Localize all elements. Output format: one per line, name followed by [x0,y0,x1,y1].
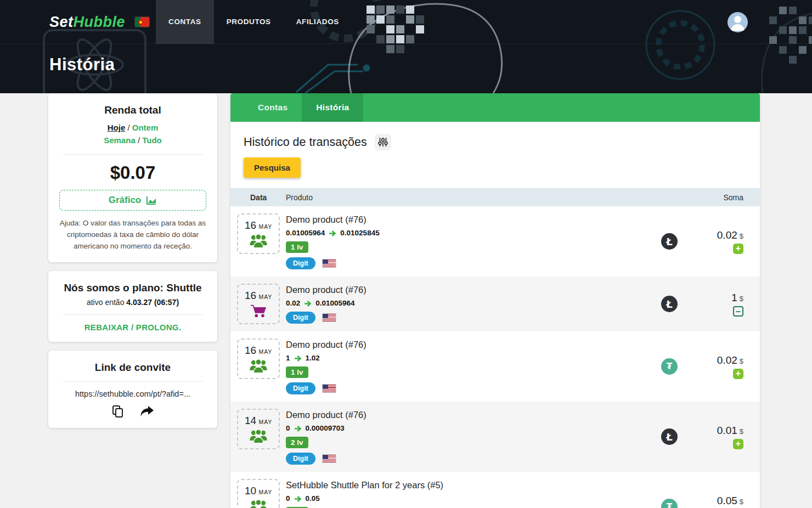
sum-amount: 0.01 [717,425,737,436]
users-icon [249,358,268,373]
us-flag-icon [323,455,336,462]
table-header: Data Produto Soma [230,188,760,206]
tab-historia[interactable]: História [302,93,363,122]
sum-value: 0.02$ [717,354,743,366]
plan-active-until: ativo então 4.03.27 (06:57) [59,298,206,307]
portugal-flag-icon[interactable] [135,17,149,27]
transaction-date: 16 MAY [245,345,272,357]
arrow-right-icon [294,355,302,362]
sum-value: 0.02$ [717,229,743,241]
tags: Digit [286,312,366,324]
user-avatar-icon[interactable] [728,12,748,32]
search-button[interactable]: Pesquisa [244,157,301,178]
add-button[interactable]: + [733,369,743,379]
cart-icon [250,303,267,318]
brand-hubble: Hubble [74,14,126,30]
product-name: Demo product (#76) [286,215,380,225]
brand-logo[interactable]: SetHubble [49,14,125,31]
plan-active-date: 4.03.27 (06:57) [126,298,179,307]
transaction-date: 16 MAY [245,219,272,232]
tags: Digit [286,382,366,394]
chart-button[interactable]: Gráfico [59,190,206,211]
amount-to: 0.00009703 [306,424,345,432]
arrow-right-icon [294,425,302,432]
income-help-text: Ajuda: O valor das transações para todas… [59,218,206,252]
sum-currency: $ [740,232,743,240]
table-row: 16 MAY [230,331,760,402]
remove-button[interactable]: − [733,306,743,317]
invite-card: Link de convite https://sethubble.com/pt… [48,351,217,428]
arrow-right-icon [304,300,312,307]
digit-badge: Digit [286,312,315,324]
date-day: 10 [245,485,256,496]
tab-contas[interactable]: Contas [244,93,302,122]
litecoin-icon: Ł [661,233,678,250]
amount-to: 1.02 [306,354,320,362]
digit-badge: Digit [286,382,315,394]
product-info: Demo product (#76) 0 0.00009703 2 lv Dig… [286,409,366,465]
sum-currency: $ [740,427,743,436]
sum-area: Ł ₮ 0.02$ + − [661,229,743,254]
users-icon [249,233,268,248]
nav-item-afiliados[interactable]: AFILIADOS [284,0,352,44]
transaction-date-box: 16 MAY [237,338,280,379]
invite-card-title: Link de convite [59,362,206,374]
date-day: 16 [245,290,256,301]
add-button[interactable]: + [733,439,743,449]
income-card-title: Renda total [59,104,206,116]
navbar: SetHubble CONTAS PRODUTOS AFILIADOS [0,0,812,44]
tags: Digit [286,453,366,465]
amount-from: 0 [286,494,290,503]
sum-value: 0.01$ [717,425,743,437]
amount-to: 0.01005964 [315,299,354,307]
arrow-right-icon [329,230,336,236]
filter-today[interactable]: Hoje [108,123,126,132]
filter-week[interactable]: Semana [104,136,136,145]
filter-yesterday[interactable]: Ontem [132,123,159,132]
sum-area: Ł ₮ 1$ + − [661,292,743,317]
date-month: MAY [259,223,272,230]
amount-to: 0.05 [306,494,320,503]
share-icon[interactable] [140,405,154,418]
product-info: SetHubble Shuttle Plan for 2 years (#5) … [286,479,443,508]
main-nav: CONTAS PRODUTOS AFILIADOS [156,0,352,44]
level-badge: 1 lv [286,366,308,378]
brand-set: Set [49,14,74,30]
sum-area: Ł ₮ 0.05$ + − [661,495,743,508]
amount-from: 0 [286,424,290,432]
us-flag-icon [323,259,336,267]
column-header-date[interactable]: Data [250,193,286,202]
digit-badge: Digit [286,257,315,269]
sum-amount: 0.02 [717,229,737,241]
sum-value: 0.05$ [717,495,743,507]
tether-icon: ₮ [661,358,678,375]
divider [63,154,203,155]
invite-link[interactable]: https://sethubble.com/pt/?afid=... [59,390,206,398]
product-name: Demo product (#76) [286,285,366,295]
filter-all[interactable]: Tudo [142,136,162,145]
top-header: SetHubble CONTAS PRODUTOS AFILIADOS Hist… [0,0,812,93]
product-name: Demo product (#76) [286,340,366,350]
area-chart-icon [146,196,157,205]
table-row: 10 MAY [230,472,760,508]
date-day: 16 [245,345,256,356]
amount-change: 0.01005964 0.01025845 [286,229,380,237]
sum-value: 1$ [731,292,743,304]
sliders-filter-icon[interactable] [375,134,391,150]
litecoin-icon: Ł [661,428,678,445]
amount-from: 1 [286,354,290,362]
copy-icon[interactable] [111,405,125,418]
add-button[interactable]: + [733,244,743,254]
product-info: Demo product (#76) 1 1.02 1 lv Digit [286,338,366,394]
filter-separator: / [138,136,140,145]
column-header-product[interactable]: Produto [286,193,723,202]
nav-item-contas[interactable]: CONTAS [156,0,214,44]
date-month: MAY [259,419,272,425]
column-header-sum[interactable]: Soma [723,193,743,202]
plan-action-link[interactable]: REBAIXAR / PROLONG. [59,323,206,332]
income-filters: Hoje / Ontem Semana / Tudo [59,122,206,146]
sum-amount: 0.02 [717,354,737,366]
table-row: 14 MAY [230,402,760,472]
sum-amount: 1 [731,292,737,303]
nav-item-produtos[interactable]: PRODUTOS [214,0,284,44]
